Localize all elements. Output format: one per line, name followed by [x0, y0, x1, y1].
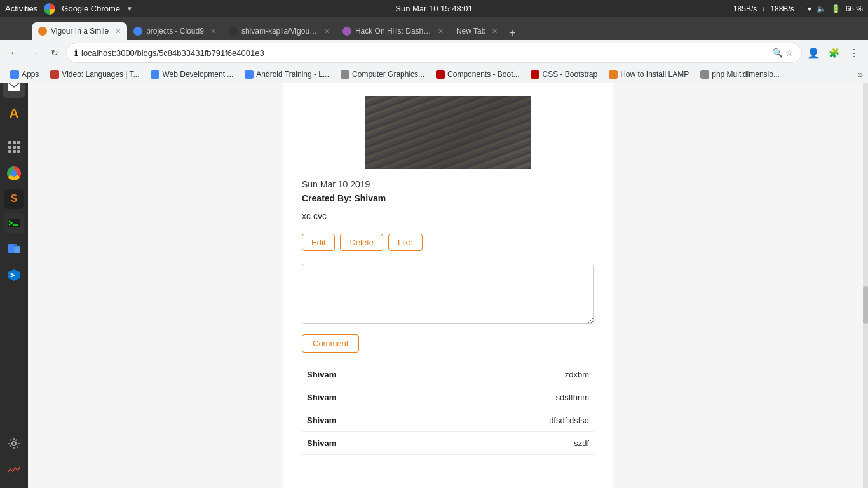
activities-label[interactable]: Activities — [5, 4, 37, 13]
download-arrow-up: ↑ — [799, 5, 803, 12]
svg-rect-11 — [8, 146, 11, 149]
svg-rect-15 — [13, 150, 16, 153]
extensions-button[interactable]: 🧩 — [825, 44, 843, 62]
bookmark-video[interactable]: Video: Languages | T... — [45, 69, 144, 80]
bookmark-star-icon[interactable]: ☆ — [785, 48, 794, 58]
sidebar-icon-terminal[interactable] — [4, 213, 24, 233]
bookmark-label-android: Android Training - L... — [256, 70, 329, 79]
battery-icon: 🔋 — [831, 4, 841, 13]
blog-author: Created By: Shivam — [302, 193, 594, 203]
bookmark-css-bootstrap[interactable]: CSS - Bootstrap — [526, 69, 602, 80]
blog-body-text: xc cvc — [302, 211, 594, 221]
bookmark-label-video: Video: Languages | T... — [62, 70, 139, 79]
scrollbar-thumb[interactable] — [863, 286, 868, 324]
comment-text-1: zdxbm — [565, 370, 589, 379]
bookmark-cg[interactable]: Computer Graphics... — [336, 69, 430, 80]
sidebar-icon-monitor[interactable] — [3, 459, 25, 482]
svg-rect-21 — [14, 244, 17, 247]
comment-author-1: Shivam — [307, 370, 336, 379]
svg-rect-8 — [8, 141, 11, 144]
app-sidebar: A S — [0, 17, 28, 488]
sidebar-divider-1 — [5, 130, 23, 130]
comment-item-4: Shivam szdf — [302, 432, 594, 455]
bookmark-favicon-bootstrap-comp — [436, 70, 445, 79]
bookmark-favicon-php — [700, 70, 709, 79]
sidebar-icon-files[interactable] — [3, 237, 25, 260]
new-tab-button[interactable]: + — [504, 27, 520, 39]
delete-button[interactable]: Delete — [340, 234, 383, 251]
scrollbar[interactable] — [863, 83, 868, 488]
svg-rect-20 — [14, 246, 20, 253]
tab-cloud9[interactable]: projects - Cloud9 ✕ — [127, 22, 222, 40]
profile-button[interactable]: 👤 — [804, 44, 822, 62]
tab-favicon-cloud9 — [133, 27, 142, 36]
menu-button[interactable]: ⋮ — [845, 44, 863, 62]
like-button[interactable]: Like — [388, 234, 423, 251]
comment-item-2: Shivam sdsffhnm — [302, 386, 594, 409]
browser-frame: Vigour In a Smile ✕ projects - Cloud9 ✕ … — [0, 17, 868, 83]
tab-favicon-github — [229, 27, 238, 36]
edit-button[interactable]: Edit — [302, 234, 335, 251]
bookmark-android[interactable]: Android Training - L... — [240, 69, 334, 80]
comment-input[interactable] — [302, 264, 594, 324]
bookmark-label-lamp: How to Install LAMP — [620, 70, 689, 79]
search-icon[interactable]: 🔍 — [772, 48, 783, 58]
comment-submit-button[interactable]: Comment — [302, 334, 359, 353]
page-content: Sun Mar 10 2019 Created By: Shivam xc cv… — [28, 83, 868, 488]
svg-point-23 — [12, 442, 16, 445]
comment-author-2: Shivam — [307, 393, 336, 402]
tab-hackathon[interactable]: Hack On Hills: Dashboard | De... ✕ — [336, 22, 450, 40]
sidebar-icon-grid[interactable] — [3, 135, 25, 158]
bookmark-bootstrap-comp[interactable]: Components - Boot... — [431, 69, 524, 80]
sidebar-icon-sublime[interactable]: S — [4, 189, 24, 209]
comment-item-1: Shivam zdxbm — [302, 363, 594, 386]
nav-bar: ← → ↻ ℹ localhost:3000/blogs/5c84b33431f… — [0, 40, 868, 65]
bookmark-apps[interactable]: Apps — [5, 69, 44, 80]
tab-close-vigour[interactable]: ✕ — [115, 27, 121, 36]
tab-label-cloud9: projects - Cloud9 — [146, 27, 204, 36]
url-display[interactable]: localhost:3000/blogs/5c84b33431fb791f6e4… — [81, 48, 768, 58]
secure-info-icon[interactable]: ℹ — [74, 48, 78, 58]
comment-text-4: szdf — [574, 438, 589, 448]
bookmarks-bar: Apps Video: Languages | T... Web Develop… — [0, 65, 868, 83]
back-button[interactable]: ← — [5, 44, 23, 62]
reload-button[interactable]: ↻ — [46, 44, 64, 62]
chrome-icon — [44, 3, 55, 15]
bookmark-favicon-video — [50, 70, 59, 79]
tab-close-github[interactable]: ✕ — [324, 27, 330, 36]
os-datetime: Sun Mar 10 15:48:01 — [395, 4, 472, 13]
dropdown-arrow[interactable]: ▼ — [126, 5, 133, 12]
download-in: 185B/s — [733, 4, 757, 13]
bookmark-php[interactable]: php Multidimensio... — [695, 69, 785, 80]
bookmark-label-apps: Apps — [22, 70, 39, 79]
forward-button[interactable]: → — [25, 44, 43, 62]
bookmark-favicon-apps — [10, 70, 19, 79]
svg-rect-17 — [8, 219, 20, 227]
bookmark-webdev[interactable]: Web Development ... — [146, 69, 238, 80]
sidebar-bottom — [3, 431, 25, 488]
bookmark-label-bootstrap-comp: Components - Boot... — [447, 70, 519, 79]
bookmark-lamp[interactable]: How to Install LAMP — [604, 69, 694, 80]
tab-vigour[interactable]: Vigour In a Smile ✕ — [32, 22, 127, 40]
sidebar-icon-amazon[interactable]: A — [3, 102, 25, 125]
sidebar-icon-chrome[interactable] — [3, 162, 25, 185]
tab-bar: Vigour In a Smile ✕ projects - Cloud9 ✕ … — [0, 17, 868, 40]
sidebar-icon-settings[interactable] — [3, 432, 25, 455]
tab-close-cloud9[interactable]: ✕ — [210, 27, 216, 36]
blog-date: Sun Mar 10 2019 — [302, 179, 594, 189]
bookmarks-more-button[interactable]: » — [858, 69, 863, 79]
svg-rect-19 — [8, 244, 14, 253]
svg-rect-14 — [8, 150, 11, 153]
download-out: 188B/s — [770, 4, 794, 13]
sidebar-icon-vscode[interactable] — [3, 264, 25, 287]
tab-newtab[interactable]: New Tab ✕ — [450, 22, 504, 40]
svg-rect-12 — [13, 146, 16, 149]
svg-rect-10 — [17, 141, 20, 144]
address-bar: ℹ localhost:3000/blogs/5c84b33431fb791f6… — [66, 43, 802, 63]
tab-favicon-vigour — [38, 27, 47, 36]
tab-label-newtab: New Tab — [456, 27, 485, 36]
tab-close-newtab[interactable]: ✕ — [492, 27, 498, 36]
tab-close-hackathon[interactable]: ✕ — [438, 27, 444, 36]
battery-level: 66 % — [846, 4, 863, 13]
tab-github[interactable]: shivam-kapila/Vigour_In_A_Sm... ✕ — [222, 22, 336, 40]
